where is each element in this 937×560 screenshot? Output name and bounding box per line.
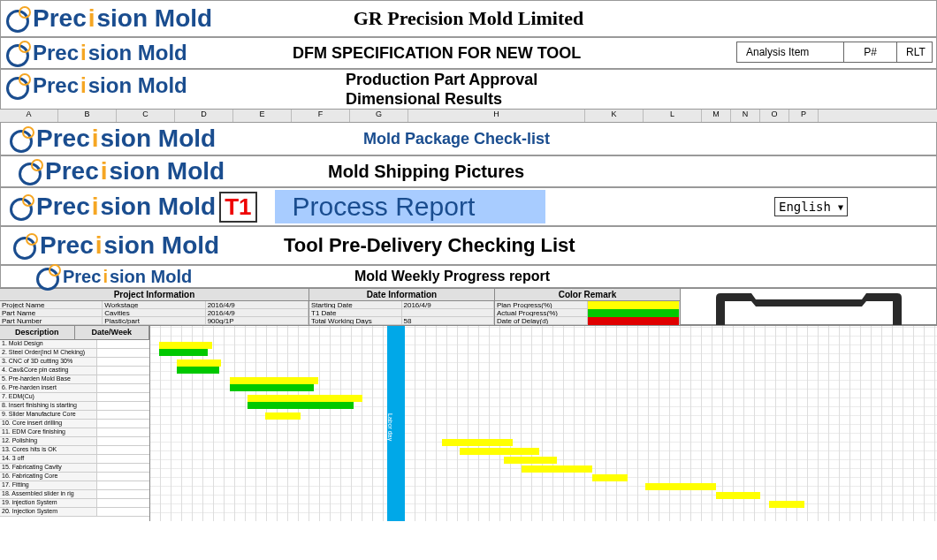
- header-weekly: Precision Mold Mold Weekly Progress repo…: [0, 265, 937, 288]
- gear-icon: [19, 159, 43, 184]
- col-header[interactable]: O: [760, 110, 789, 122]
- gantt-bar-plan: [769, 501, 804, 508]
- language-select[interactable]: English: [774, 197, 848, 216]
- analysis-p-label: P#: [843, 42, 896, 62]
- col-header[interactable]: L: [644, 110, 702, 122]
- gantt-task-row: 5. Pre-harden Mold Base: [0, 375, 149, 384]
- swatch-red: [588, 317, 681, 325]
- gantt-task-row: 1. Mold Design: [0, 340, 149, 349]
- gantt-task-row: 3. CNC of 3D cutting 30%: [0, 358, 149, 367]
- date-info: Date Information Starting Date2016/4/9 T…: [309, 289, 495, 324]
- spreadsheet-columns: A B C D E F G H K L M N O P: [0, 110, 937, 122]
- task-name: 1. Mold Design: [0, 340, 97, 348]
- col-header[interactable]: C: [117, 110, 175, 122]
- col-header[interactable]: N: [731, 110, 760, 122]
- header-predelivery: Precision Mold Tool Pre-Delivery Checkin…: [0, 226, 937, 265]
- task-date: [97, 349, 149, 357]
- brand-logo: Precision Mold: [10, 125, 216, 153]
- brand-logo: Precision Mold: [6, 73, 187, 98]
- task-date: [97, 481, 149, 489]
- task-name: 20. Injection System: [0, 508, 97, 516]
- task-name: 4. Cav&Core pin casting: [0, 367, 97, 375]
- task-name: 12. Polishing: [0, 437, 97, 445]
- task-date: [97, 473, 149, 481]
- task-date: [97, 446, 149, 454]
- gantt-bar-plan: [504, 457, 557, 464]
- gantt-task-row: 2. Steel Order(incl M Cheking): [0, 349, 149, 358]
- task-date: [97, 375, 149, 383]
- part-preview: [681, 289, 937, 324]
- col-header[interactable]: F: [292, 110, 350, 122]
- gantt-task-row: 4. Cav&Core pin casting: [0, 367, 149, 375]
- gantt-col-desc: Description: [0, 326, 75, 340]
- gantt-task-row: 15. Fabricating Cavity: [0, 464, 149, 473]
- col-header[interactable]: D: [175, 110, 233, 122]
- gantt-bar-plan: [265, 412, 301, 420]
- task-name: 9. Slider Manufacture Core: [0, 411, 97, 419]
- gantt-bar-actual: [177, 367, 219, 374]
- gantt-bar-plan: [159, 342, 212, 349]
- gear-icon: [13, 233, 38, 258]
- gantt-grid[interactable]: Labor day: [150, 326, 937, 521]
- col-header[interactable]: E: [233, 110, 292, 122]
- task-date: [97, 464, 149, 472]
- col-header[interactable]: B: [58, 110, 117, 122]
- color-remark: Color Remark Plan Progress(%) Actual Pro…: [495, 289, 681, 324]
- task-name: 11. EDM Core finishing: [0, 428, 97, 436]
- header-shipping: Precision Mold Mold Shipping Pictures: [0, 155, 937, 187]
- header-ppap: Precision Mold Production Part Approval …: [0, 69, 937, 110]
- col-header[interactable]: A: [0, 110, 58, 122]
- gantt-task-row: 10. Core insert drilling: [0, 420, 149, 428]
- gantt-bar-plan: [248, 395, 362, 402]
- task-name: 7. EDM(Cu): [0, 393, 97, 401]
- gantt-task-row: 11. EDM Core finishing: [0, 428, 149, 437]
- brand-logo: Precision Mold: [13, 231, 219, 260]
- brand-text-pre: Prec: [33, 4, 87, 33]
- task-date: [97, 420, 149, 428]
- checklist-title: Mold Package Check-list: [363, 130, 550, 148]
- gear-icon: [6, 73, 31, 98]
- predelivery-title: Tool Pre-Delivery Checking List: [284, 234, 575, 257]
- weekly-title: Mold Weekly Progress report: [354, 269, 550, 284]
- dfm-title: DFM SPECIFICATION FOR NEW TOOL: [293, 44, 581, 63]
- company-title: GR Precision Mold Limited: [354, 7, 584, 30]
- header-dfm: Precision Mold DFM SPECIFICATION FOR NEW…: [0, 37, 937, 69]
- task-date: [97, 455, 149, 463]
- brand-logo: Precision Mold: [10, 193, 216, 221]
- gantt-bar-plan: [592, 474, 628, 481]
- ppap-title: Production Part Approval Dimensional Res…: [346, 70, 537, 109]
- project-info: Project Information Project NameWorkstag…: [0, 289, 309, 324]
- gantt-bar-actual: [230, 384, 314, 391]
- task-name: 17. Fitting: [0, 481, 97, 489]
- brand-logo: Precision Mold: [6, 4, 212, 33]
- col-header[interactable]: K: [585, 110, 644, 122]
- date-info-hdr: Date Information: [309, 289, 494, 301]
- task-date: [97, 340, 149, 348]
- brand-text-post: sion Mold: [97, 4, 213, 33]
- gantt-bar-actual: [248, 402, 354, 409]
- color-remark-hdr: Color Remark: [495, 289, 680, 301]
- gantt-bar-plan: [716, 492, 760, 499]
- col-header[interactable]: G: [350, 110, 408, 122]
- col-header[interactable]: M: [702, 110, 731, 122]
- gantt-bar-plan: [645, 483, 716, 490]
- gantt-task-row: 14. 3 off: [0, 455, 149, 464]
- task-name: 15. Fabricating Cavity: [0, 464, 97, 472]
- t1-badge: T1: [219, 192, 256, 223]
- brand-logo: Precision Mold: [36, 264, 192, 289]
- task-name: 3. CNC of 3D cutting 30%: [0, 358, 97, 366]
- task-name: 14. 3 off: [0, 455, 97, 463]
- task-date: [97, 490, 149, 498]
- col-header[interactable]: H: [408, 110, 585, 122]
- brand-logo: Precision Mold: [19, 157, 225, 185]
- gantt-task-row: 17. Fitting: [0, 481, 149, 490]
- swatch-green: [588, 309, 681, 317]
- col-header[interactable]: P: [789, 110, 819, 122]
- task-name: 18. Assembled slider in rig: [0, 490, 97, 498]
- gantt-task-row: 19. injection System: [0, 499, 149, 508]
- gantt-bar-plan: [442, 439, 513, 446]
- analysis-table: Analysis Item P# RLT: [736, 42, 933, 63]
- task-date: [97, 393, 149, 401]
- task-name: 13. Cores hits is OK: [0, 446, 97, 454]
- gantt-task-row: 12. Polishing: [0, 437, 149, 446]
